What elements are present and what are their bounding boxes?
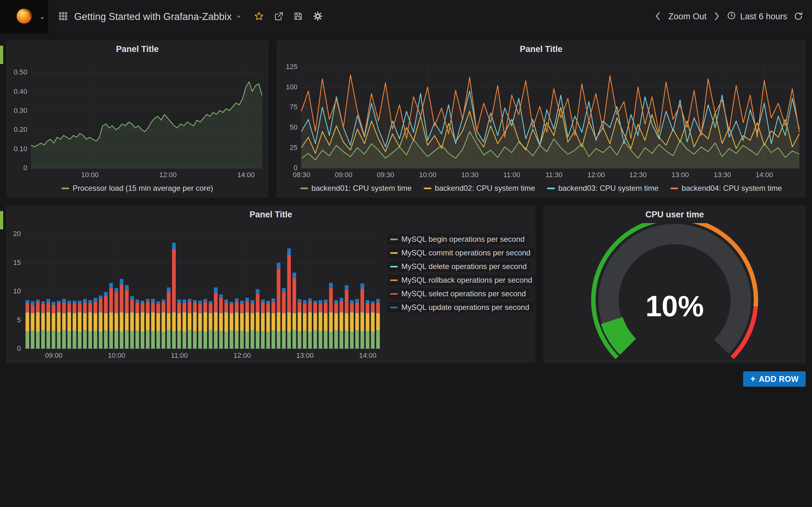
panel-mysql-operations: Panel Title MySQL begin operations per s… bbox=[6, 206, 536, 363]
row-collapse-handle[interactable] bbox=[0, 46, 3, 64]
series-color-marker bbox=[390, 252, 398, 254]
chart-legend: Processor load (15 min average per core) bbox=[6, 182, 268, 198]
legend-label: MySQL update operations per second bbox=[401, 303, 529, 312]
legend-item[interactable]: MySQL commit operations per second bbox=[388, 247, 534, 258]
panel-header: CPU user time bbox=[544, 206, 806, 223]
caret-down-icon bbox=[41, 17, 44, 19]
series-color-marker bbox=[61, 187, 69, 189]
legend-item[interactable]: MySQL delete operations per second bbox=[388, 261, 530, 272]
dashboard-title: Getting Started with Grafana-Zabbix bbox=[74, 11, 232, 22]
chart-legend: backend01: CPU system timebackend02: CPU… bbox=[276, 182, 806, 198]
cpu-system-time-line-chart[interactable] bbox=[276, 58, 806, 182]
row-collapse-handle[interactable] bbox=[0, 211, 3, 229]
share-icon bbox=[274, 11, 284, 22]
panel-title[interactable]: Panel Title bbox=[116, 44, 159, 54]
series-color-marker bbox=[390, 307, 398, 308]
save-button[interactable] bbox=[289, 0, 307, 34]
share-button[interactable] bbox=[270, 0, 287, 34]
legend-item[interactable]: Processor load (15 min average per core) bbox=[61, 184, 213, 193]
processor-load-line-chart[interactable] bbox=[6, 58, 268, 182]
bar-chart-wrap bbox=[6, 223, 386, 363]
legend-item[interactable]: MySQL begin operations per second bbox=[388, 234, 528, 245]
panel-header: Panel Title bbox=[6, 41, 268, 58]
clock-icon bbox=[727, 11, 736, 22]
legend-item[interactable]: backend03: CPU system time bbox=[547, 184, 658, 193]
series-color-marker bbox=[390, 266, 398, 268]
legend-label: MySQL commit operations per second bbox=[401, 248, 530, 257]
add-row-line: + ADD ROW bbox=[6, 372, 806, 387]
chevron-left-icon bbox=[654, 11, 662, 22]
legend-item[interactable]: MySQL rollback operations per second bbox=[388, 275, 536, 285]
legend-item[interactable]: backend02: CPU system time bbox=[424, 184, 535, 193]
navbar: Getting Started with Grafana-Zabbix bbox=[0, 0, 812, 34]
add-row-label: ADD ROW bbox=[759, 375, 799, 384]
series-color-marker bbox=[424, 187, 432, 189]
legend-label: MySQL begin operations per second bbox=[401, 235, 525, 244]
panel-title[interactable]: Panel Title bbox=[520, 44, 563, 54]
series-color-marker bbox=[670, 187, 678, 189]
panel-cpu-user-time: CPU user time bbox=[544, 206, 806, 363]
time-range-button[interactable]: Last 6 hours bbox=[725, 11, 789, 22]
legend-item[interactable]: MySQL select operations per second bbox=[388, 288, 530, 299]
gauge-area bbox=[544, 223, 806, 363]
gear-icon bbox=[313, 11, 323, 22]
time-back-button[interactable] bbox=[654, 11, 663, 22]
series-color-marker bbox=[547, 187, 555, 189]
panel-cpu-system-time: Panel Title backend01: CPU system timeba… bbox=[276, 41, 806, 198]
refresh-button[interactable] bbox=[793, 11, 804, 22]
time-controls: Zoom Out Last 6 hours bbox=[654, 0, 812, 33]
save-icon bbox=[293, 11, 303, 22]
series-color-marker bbox=[300, 187, 308, 189]
chart-area bbox=[276, 58, 806, 182]
legend-item[interactable]: backend04: CPU system time bbox=[670, 184, 782, 193]
star-icon bbox=[254, 11, 264, 22]
plus-icon: + bbox=[750, 374, 756, 384]
legend-label: MySQL select operations per second bbox=[401, 289, 526, 298]
time-forward-button[interactable] bbox=[712, 11, 721, 22]
grafana-menu-button[interactable] bbox=[0, 0, 48, 33]
legend-label: MySQL delete operations per second bbox=[401, 262, 526, 271]
dashboard-actions bbox=[250, 0, 327, 33]
legend-label: backend01: CPU system time bbox=[311, 184, 412, 193]
dashboard-picker[interactable]: Getting Started with Grafana-Zabbix bbox=[48, 0, 250, 33]
legend-item[interactable]: backend01: CPU system time bbox=[300, 184, 412, 193]
time-range-label: Last 6 hours bbox=[740, 12, 787, 21]
grafana-logo-icon bbox=[15, 7, 33, 26]
cpu-user-time-gauge[interactable] bbox=[544, 223, 806, 363]
dashboard: Panel Title Processor load (15 min avera… bbox=[0, 34, 812, 387]
panel-title[interactable]: CPU user time bbox=[646, 210, 704, 220]
dashboard-row-1: Panel Title Processor load (15 min avera… bbox=[6, 41, 806, 198]
legend-item[interactable]: MySQL update operations per second bbox=[388, 302, 533, 313]
legend-label: Processor load (15 min average per core) bbox=[72, 184, 213, 193]
series-color-marker bbox=[390, 293, 398, 295]
panel-header: Panel Title bbox=[6, 206, 536, 223]
legend-label: backend04: CPU system time bbox=[681, 184, 782, 193]
series-color-marker bbox=[390, 279, 398, 281]
mysql-operations-bar-chart[interactable] bbox=[6, 223, 386, 363]
chevron-right-icon bbox=[713, 11, 720, 22]
panel-title[interactable]: Panel Title bbox=[250, 210, 293, 220]
zoom-out-button[interactable]: Zoom Out bbox=[667, 12, 708, 21]
legend-label: backend02: CPU system time bbox=[435, 184, 535, 193]
panel-processor-load: Panel Title Processor load (15 min avera… bbox=[6, 41, 268, 198]
legend-label: backend03: CPU system time bbox=[558, 184, 658, 193]
dashboard-row-2: Panel Title MySQL begin operations per s… bbox=[6, 206, 806, 363]
chart-area bbox=[6, 58, 268, 182]
caret-down-icon bbox=[237, 16, 241, 18]
grid-icon bbox=[58, 11, 68, 22]
settings-button[interactable] bbox=[309, 0, 327, 34]
star-button[interactable] bbox=[250, 0, 268, 34]
add-row-button[interactable]: + ADD ROW bbox=[743, 372, 806, 387]
refresh-icon bbox=[794, 11, 803, 22]
chart-legend: MySQL begin operations per secondMySQL c… bbox=[386, 223, 536, 363]
legend-label: MySQL rollback operations per second bbox=[401, 276, 532, 285]
panel-header: Panel Title bbox=[276, 41, 806, 58]
chart-area: MySQL begin operations per secondMySQL c… bbox=[6, 223, 536, 363]
series-color-marker bbox=[390, 239, 398, 240]
